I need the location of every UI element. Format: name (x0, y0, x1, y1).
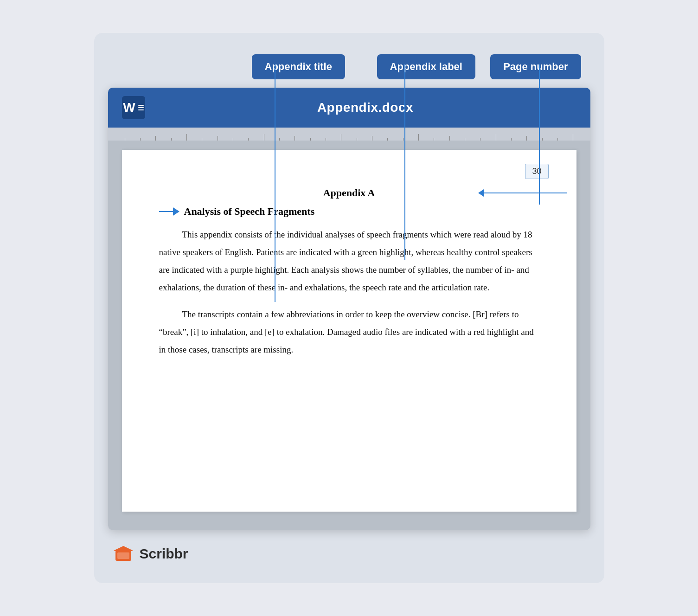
appendix-heading-text: Appendix A (323, 187, 375, 199)
word-icon-lines (138, 105, 144, 110)
ruler-mark (163, 138, 179, 141)
section-heading-arrow (159, 207, 179, 216)
ruler-mark (210, 136, 225, 141)
ruler-mark (504, 138, 519, 141)
ruler-mark (225, 138, 241, 141)
scribbr-logo-icon (113, 543, 134, 565)
document-title: Appendix.docx (154, 100, 576, 115)
ruler-mark (488, 134, 503, 141)
ruler-mark (519, 136, 534, 141)
ruler-mark (442, 136, 457, 141)
appendix-heading: Appendix A (159, 187, 539, 199)
ruler-mark (411, 134, 426, 141)
word-document: W Appendix.docx (108, 88, 590, 530)
ruler-marks (108, 128, 590, 141)
ruler-mark (380, 138, 395, 141)
ruler-mark (565, 134, 581, 141)
tooltip-appendix-title: Appendix title (252, 54, 345, 79)
ruler-mark (241, 138, 256, 141)
section-heading-text: Analysis of Speech Fragments (184, 205, 315, 218)
outer-container: Appendix title Appendix label Page numbe… (94, 33, 604, 583)
ruler-mark (256, 134, 271, 141)
ruler-mark (534, 138, 550, 141)
tooltip-page-number: Page number (490, 54, 581, 79)
svg-rect-2 (117, 552, 129, 559)
paragraph-2: The transcripts contain a few abbreviati… (159, 306, 539, 359)
ruler-mark (287, 136, 302, 141)
word-line-2 (138, 107, 144, 108)
ruler-mark (179, 134, 194, 141)
ruler-mark (457, 138, 473, 141)
ruler (108, 128, 590, 141)
ruler-mark (148, 136, 163, 141)
title-bar: W Appendix.docx (108, 88, 590, 128)
tooltip-appendix-label: Appendix label (377, 54, 475, 79)
section-arrow-head-right-icon (173, 207, 179, 216)
ruler-mark (117, 138, 133, 141)
word-line-3 (138, 109, 144, 110)
ruler-mark (473, 138, 488, 141)
section-arrow-line (159, 211, 173, 212)
ruler-mark (333, 134, 349, 141)
ruler-mark (272, 138, 287, 141)
doc-body: 30 Appendix A Analysis of (108, 141, 590, 530)
ruler-mark (395, 138, 410, 141)
ruler-mark (302, 138, 318, 141)
document-page: 30 Appendix A Analysis of (122, 150, 576, 512)
ruler-mark (550, 138, 565, 141)
ruler-mark (426, 138, 442, 141)
ruler-mark (365, 136, 380, 141)
ruler-mark (349, 138, 364, 141)
footer: Scribbr (108, 543, 590, 565)
arrow-head-left-icon (478, 189, 484, 197)
word-icon: W (122, 96, 145, 119)
section-heading: Analysis of Speech Fragments (159, 205, 539, 218)
word-line-1 (138, 105, 144, 106)
arrow-appendix-a (478, 189, 567, 197)
paragraph-1: This appendix consists of the individual… (159, 226, 539, 296)
tooltip-row: Appendix title Appendix label Page numbe… (108, 47, 590, 79)
arrow-line-h (484, 192, 567, 193)
ruler-mark (133, 138, 148, 141)
scribbr-brand-text: Scribbr (140, 546, 188, 562)
page-number-box: 30 (525, 164, 548, 179)
ruler-mark (194, 138, 210, 141)
word-w-letter: W (123, 101, 135, 114)
ruler-mark (318, 138, 333, 141)
